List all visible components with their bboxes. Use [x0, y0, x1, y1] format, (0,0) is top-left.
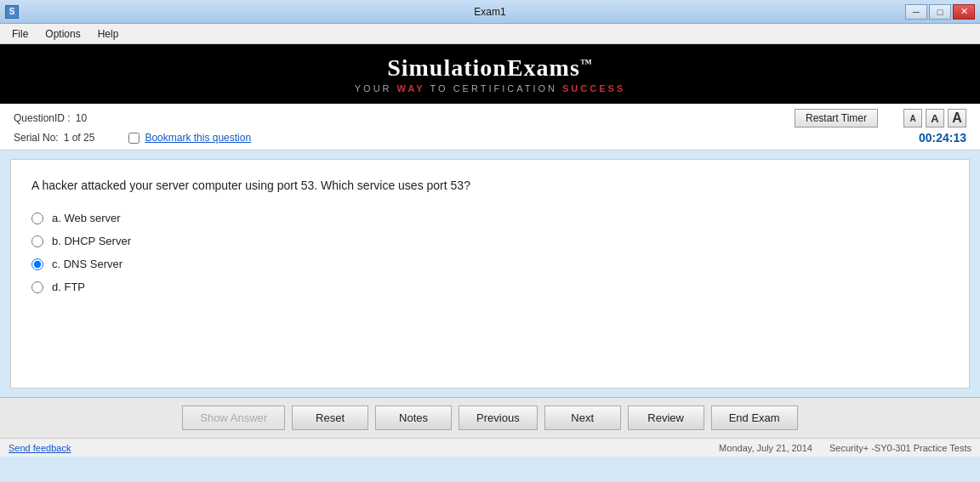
answer-label-b: b. DHCP Server [52, 235, 131, 247]
answer-label-d: d. FTP [52, 281, 85, 293]
answer-option-a[interactable]: a. Web server [31, 212, 949, 224]
statusbar-date: Monday, July 21, 2014 [719, 443, 812, 453]
menu-options[interactable]: Options [37, 26, 88, 42]
answer-option-d[interactable]: d. FTP [31, 281, 949, 293]
minimize-button[interactable]: ─ [905, 4, 927, 20]
restore-button[interactable]: □ [929, 4, 951, 20]
menubar: File Options Help [0, 24, 980, 44]
bookmark-label[interactable]: Bookmark this question [145, 132, 251, 144]
infobar-bottom: Serial No: 1 of 25 Bookmark this questio… [14, 131, 966, 145]
titlebar-controls: ─ □ ✕ [905, 4, 975, 20]
font-small-button[interactable]: A [903, 109, 922, 128]
answer-label-a: a. Web server [52, 212, 121, 224]
reset-button[interactable]: Reset [292, 405, 368, 430]
answer-option-c[interactable]: c. DNS Server [31, 258, 949, 270]
question-text: A hacker attacked your server computer u… [31, 177, 949, 195]
previous-button[interactable]: Previous [459, 405, 538, 430]
bookmark-checkbox[interactable] [128, 133, 140, 144]
titlebar-left: S [5, 5, 19, 19]
infobar: QuestionID : 10 Restart Timer A A A Seri… [0, 104, 980, 150]
radio-a[interactable] [31, 213, 43, 224]
question-id-label: QuestionID : [14, 112, 71, 124]
statusbar: Send feedback Monday, July 21, 2014 Secu… [0, 438, 980, 456]
restart-timer-button[interactable]: Restart Timer [795, 109, 878, 128]
radio-d[interactable] [31, 281, 43, 293]
menu-help[interactable]: Help [89, 26, 128, 42]
banner-content: SimulationExams™ YOUR WAY TO CERTIFICATI… [355, 54, 625, 94]
review-button[interactable]: Review [628, 405, 704, 430]
banner-title: SimulationExams™ [355, 54, 625, 82]
send-feedback-link[interactable]: Send feedback [9, 443, 71, 453]
question-area: A hacker attacked your server computer u… [10, 159, 970, 388]
titlebar: S Exam1 ─ □ ✕ [0, 0, 980, 24]
font-controls: A A A [903, 109, 966, 128]
statusbar-right: Monday, July 21, 2014 Security+ -SY0-301… [719, 443, 971, 453]
serial-value: 1 of 25 [64, 132, 95, 144]
banner: SimulationExams™ YOUR WAY TO CERTIFICATI… [0, 44, 980, 104]
menu-file[interactable]: File [3, 26, 37, 42]
radio-b[interactable] [31, 235, 43, 247]
timer-display: 00:24:13 [919, 131, 966, 145]
question-id-value: 10 [76, 112, 87, 124]
notes-button[interactable]: Notes [375, 405, 452, 430]
serial-label: Serial No: [14, 132, 59, 144]
bookmark-area: Bookmark this question [128, 132, 251, 144]
font-medium-button[interactable]: A [926, 109, 944, 128]
font-large-button[interactable]: A [948, 109, 966, 128]
app-icon: S [5, 5, 19, 19]
titlebar-title: Exam1 [474, 6, 505, 18]
radio-c[interactable] [31, 258, 43, 270]
next-button[interactable]: Next [544, 405, 621, 430]
show-answer-button[interactable]: Show Answer [182, 405, 285, 430]
answer-label-c: c. DNS Server [52, 258, 122, 270]
banner-subtitle: YOUR WAY TO CERTIFICATION SUCCESS [355, 83, 625, 94]
answer-option-b[interactable]: b. DHCP Server [31, 235, 949, 247]
bottom-toolbar: Show Answer Reset Notes Previous Next Re… [0, 397, 980, 438]
close-button[interactable]: ✕ [953, 4, 975, 20]
infobar-top: QuestionID : 10 Restart Timer A A A [14, 109, 966, 128]
statusbar-exam-info: Security+ -SY0-301 Practice Tests [829, 443, 971, 453]
end-exam-button[interactable]: End Exam [711, 405, 798, 430]
